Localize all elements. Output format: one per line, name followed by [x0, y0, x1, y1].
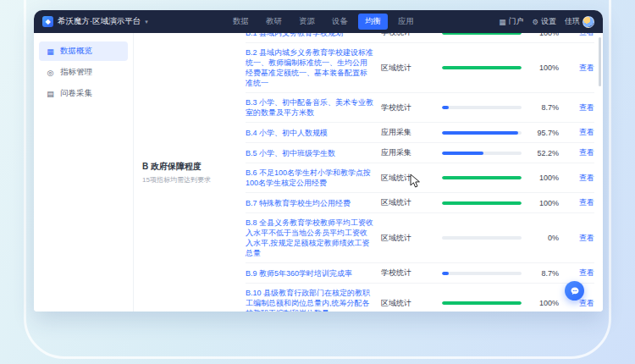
progress-bar	[442, 33, 522, 35]
nav-item-应用[interactable]: 应用	[391, 14, 421, 30]
sidebar-item-指标管理[interactable]: ◎指标管理	[39, 63, 128, 82]
progress-bar	[442, 106, 522, 109]
indicator-percent: 100%	[528, 63, 559, 72]
primary-nav: 数据教研资源设备均衡应用	[148, 14, 500, 30]
progress-bar	[442, 176, 522, 179]
view-link[interactable]: 查看	[566, 33, 594, 38]
indicator-name-link[interactable]: B.6 不足100名学生村小学和教学点按100名学生核定公用经费	[246, 168, 374, 188]
nav-item-均衡[interactable]: 均衡	[358, 14, 388, 30]
indicator-percent: 8.7%	[528, 269, 559, 278]
settings-label: 设置	[541, 16, 556, 27]
target-icon: ◎	[46, 69, 55, 77]
indicator-percent: 8.7%	[528, 103, 559, 112]
table-row: B.10 县级教育行政部门在核定的教职工编制总额和岗位总量内,统筹分配各校教职工…	[246, 284, 594, 312]
progress-bar	[442, 236, 522, 240]
indicator-name-link[interactable]: B.2 县域内城乡义务教育学校建设标准统一、教师编制标准统一、生均公用经费基准定…	[246, 47, 374, 88]
indicator-name-link[interactable]: B.3 小学、初中配备音乐、美术专业教室的数量及平方米数	[246, 97, 374, 118]
group-subtitle: 15项指标均需达到要求	[142, 175, 246, 185]
portal-grid-icon: ▦	[499, 18, 505, 26]
progress-fill	[442, 176, 522, 179]
view-link[interactable]: 查看	[566, 102, 594, 113]
view-link[interactable]: 查看	[566, 147, 594, 158]
scrollbar	[599, 35, 601, 310]
view-link[interactable]: 查看	[566, 267, 594, 279]
portal-button[interactable]: ▦ 门户	[499, 16, 523, 27]
doc-icon: ▤	[46, 90, 55, 98]
indicator-percent: 100%	[528, 199, 559, 207]
progress-fill	[442, 106, 449, 109]
sidebar-item-label: 数据概览	[60, 46, 92, 57]
progress-bar	[442, 152, 522, 155]
indicator-name-link[interactable]: B.10 县级教育行政部门在核定的教职工编制总额和岗位总量内,统筹分配各校教职工…	[246, 288, 374, 312]
progress-fill	[442, 201, 522, 205]
indicator-type: 区域统计	[381, 233, 435, 244]
indicator-type: 区域统计	[381, 173, 435, 184]
indicator-name-link[interactable]: B.4 小学、初中人数规模	[246, 128, 374, 138]
nav-item-数据[interactable]: 数据	[226, 14, 256, 30]
nav-item-资源[interactable]: 资源	[292, 14, 322, 30]
progress-bar	[442, 272, 522, 275]
brand-switcher[interactable]: ◆ 希沃魔方·区域演示平台 ▾	[42, 16, 148, 27]
progress-bar	[442, 201, 522, 205]
gear-icon: ⚙	[532, 18, 538, 26]
sidebar-item-label: 问卷采集	[60, 88, 92, 99]
table-row: B.5 小学、初中班级学生数 应用采集 52.2% 查看	[246, 143, 594, 163]
content-area: B 政府保障程度 15项指标均需达到要求 B.1 县域内义务教育学校规划 学校统…	[134, 33, 603, 312]
top-navbar: ◆ 希沃魔方·区域演示平台 ▾ 数据教研资源设备均衡应用 ▦ 门户 ⚙ 设置 佳…	[34, 10, 603, 33]
indicator-type: 学校统计	[381, 102, 435, 113]
indicator-percent: 0%	[528, 234, 559, 242]
indicator-type: 学校统计	[381, 33, 435, 38]
indicator-name-link[interactable]: B.1 县域内义务教育学校规划	[246, 33, 374, 38]
view-link[interactable]: 查看	[566, 197, 594, 208]
indicator-type: 区域统计	[381, 63, 435, 74]
indicator-name-link[interactable]: B.7 特殊教育学校生均公用经费	[246, 198, 374, 208]
progress-fill	[442, 272, 449, 275]
assistant-chat-button[interactable]	[565, 281, 584, 301]
nav-item-设备[interactable]: 设备	[325, 14, 355, 30]
indicator-name-link[interactable]: B.8 全县义务教育学校教师平均工资收入水平不低于当地公务员平均工资收入水平,按…	[246, 218, 374, 258]
indicator-type: 区域统计	[381, 197, 435, 208]
scrollbar-thumb[interactable]	[599, 37, 601, 86]
user-menu[interactable]: 佳琪	[565, 16, 594, 28]
view-link[interactable]: 查看	[566, 127, 594, 138]
group-title: B 政府保障程度	[142, 161, 246, 173]
indicator-type: 应用采集	[381, 127, 435, 138]
progress-fill	[442, 66, 522, 69]
table-row: B.2 县域内城乡义务教育学校建设标准统一、教师编制标准统一、生均公用经费基准定…	[246, 43, 594, 93]
progress-bar	[442, 301, 522, 305]
progress-fill	[442, 33, 522, 35]
app-body: ▦数据概览◎指标管理▤问卷采集 B 政府保障程度 15项指标均需达到要求 B.1…	[34, 33, 603, 312]
view-link[interactable]: 查看	[566, 173, 594, 184]
indicator-type: 区域统计	[381, 298, 435, 309]
indicator-group-cell: B 政府保障程度 15项指标均需达到要求	[134, 33, 246, 312]
sidebar-item-问卷采集[interactable]: ▤问卷采集	[39, 84, 128, 103]
chat-bubble-icon	[570, 286, 580, 296]
indicator-type: 学校统计	[381, 267, 435, 279]
indicator-percent: 100%	[528, 174, 559, 182]
sidebar: ▦数据概览◎指标管理▤问卷采集	[34, 33, 134, 312]
table-row: B.9 教师5年360学时培训完成率 学校统计 8.7% 查看	[246, 263, 594, 284]
app-title: 希沃魔方·区域演示平台	[58, 16, 141, 27]
sidebar-item-数据概览[interactable]: ▦数据概览	[39, 41, 128, 61]
user-name: 佳琪	[565, 16, 580, 27]
settings-button[interactable]: ⚙ 设置	[532, 16, 556, 27]
indicator-percent: 95.7%	[528, 129, 559, 137]
table-row: B.7 特殊教育学校生均公用经费 区域统计 100% 查看	[246, 193, 594, 213]
indicator-name-link[interactable]: B.9 教师5年360学时培训完成率	[246, 268, 374, 279]
progress-bar	[442, 131, 522, 135]
view-link[interactable]: 查看	[566, 63, 594, 74]
table-row: B.8 全县义务教育学校教师平均工资收入水平不低于当地公务员平均工资收入水平,按…	[246, 213, 594, 263]
progress-bar	[442, 66, 522, 69]
progress-fill	[442, 131, 518, 135]
view-link[interactable]: 查看	[566, 233, 594, 244]
sidebar-item-label: 指标管理	[60, 67, 92, 78]
indicator-name-link[interactable]: B.5 小学、初中班级学生数	[246, 148, 374, 158]
indicator-type: 应用采集	[381, 147, 435, 158]
table-row: B.6 不足100名学生村小学和教学点按100名学生核定公用经费 区域统计 10…	[246, 163, 594, 193]
table-row: B.1 县域内义务教育学校规划 学校统计 100% 查看	[246, 33, 594, 43]
nav-item-教研[interactable]: 教研	[259, 14, 289, 30]
progress-fill	[442, 152, 483, 155]
table-row: B.3 小学、初中配备音乐、美术专业教室的数量及平方米数 学校统计 8.7% 查…	[246, 93, 594, 123]
indicator-percent: 100%	[528, 299, 559, 307]
avatar	[583, 16, 594, 28]
